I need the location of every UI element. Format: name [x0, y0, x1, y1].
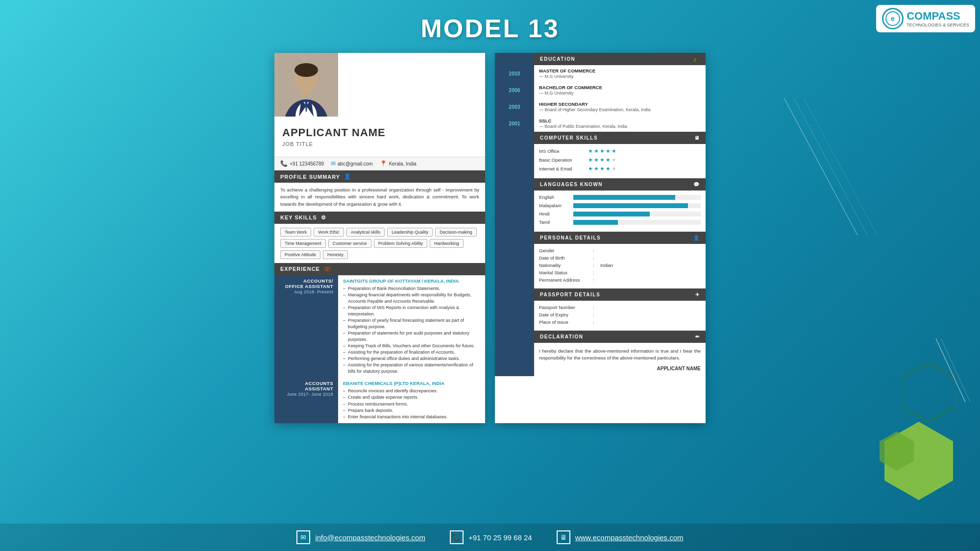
passport-expiry: Date of Expiry : [539, 312, 701, 317]
job2-duty-3: Process reimbursement forms. [343, 401, 480, 407]
logo-brand: COMPASS [906, 10, 969, 23]
personal-icon: 👤 [693, 235, 700, 240]
education-header: EDUCATION 🎓 [534, 53, 706, 65]
personal-dob: Date of Birth : [539, 255, 701, 261]
skill-leadership: Leadership Quality [387, 228, 433, 237]
cs-ms-stars: ★★★★★ [588, 148, 617, 154]
phone-contact: 📞 +91 123456789 [280, 160, 324, 167]
declaration-left-col [495, 343, 534, 376]
lang-header: LANGUAGES KNOWN 💬 [534, 178, 706, 191]
lang-year-col [495, 178, 534, 191]
edu-degree-2006: BACHELOR OF COMMERCE [539, 85, 701, 90]
lang-hindi: Hindi [539, 211, 701, 216]
personal-marital: Marital Status : [539, 270, 701, 275]
edu-2006-content: BACHELOR OF COMMERCE — M.G University [534, 82, 706, 98]
cs-content-row: MS Office ★★★★★ Basic Operation ★★★★★ In… [495, 144, 706, 178]
lang-tamil-label: Tamil [539, 219, 573, 225]
education-label: EDUCATION [540, 56, 575, 62]
job1-duty-7: Assisting for the preparation of finaliz… [343, 349, 480, 356]
edu-2010: 2010 MASTER OF COMMERCE — M.G University [495, 65, 706, 82]
skill-customer-svc: Customer service [328, 239, 371, 248]
declaration-year-col [495, 331, 534, 343]
lang-malayalam-bar-bg [573, 203, 701, 208]
location-contact: 📍 Kerala, India [380, 160, 416, 167]
content-area: APPLICANT NAME JOB TITLE 📞 +91 123456789… [0, 53, 980, 423]
job1-duty-6: Keeping Track of Bills, Vouchers and oth… [343, 343, 480, 349]
cs-internet-stars: ★★★★★ [588, 166, 617, 172]
edu-uni-2003: — Board of Higher Secondary Examination,… [539, 107, 701, 112]
profile-icon: 👤 [344, 173, 351, 180]
cs-basic-op: Basic Operation ★★★★★ [539, 157, 701, 163]
skill-decision: Decision-making [435, 228, 477, 237]
footer-email-link[interactable]: info@ecompasstechnologies.com [315, 533, 425, 542]
cs-ms-office: MS Office ★★★★★ [539, 148, 701, 154]
profile-summary-label: PROFILE SUMMARY [280, 174, 340, 180]
passport-content: Passport Number : Date of Expiry : Place… [534, 301, 706, 331]
photo-area [274, 53, 338, 117]
profile-summary-header: PROFILE SUMMARY 👤 [274, 170, 485, 183]
skill-problem-solving: Problem Solving Ability [374, 239, 428, 248]
edu-2010-content: MASTER OF COMMERCE — M.G University [534, 65, 706, 82]
skill-positive: Positive Attitude [280, 250, 320, 259]
job1-duty-8: Performing general office duties and adm… [343, 356, 480, 362]
page-title: MODEL 13 [0, 0, 980, 43]
lang-hindi-bar-bg [573, 212, 701, 216]
footer-phone: 📞 +91 70 25 99 68 24 [450, 530, 532, 544]
lang-malayalam-label: Malayalam [539, 203, 573, 208]
logo-tagline: TECHNOLOGIES & SERVICES [906, 23, 969, 28]
job1-company: SAINTGITS GROUP OF KOTTAYAM / KERALA, IN… [343, 278, 480, 284]
lang-english-bar-bg [573, 195, 701, 200]
skill-team-work: Team Work [280, 228, 311, 237]
job2-duty-2: Create and update expense reports. [343, 394, 480, 401]
lang-malayalam-bar-fill [573, 203, 688, 208]
job2-duty-5: Enter financial transactions into intern… [343, 414, 480, 420]
edu-year-2010-col: 2010 [495, 65, 534, 82]
job1-duty-4: Preparation of yearly finical forecastin… [343, 317, 480, 330]
skills-grid: Team Work Work Ethic Analytical skills L… [274, 224, 485, 263]
skill-honesty: Honesty [323, 250, 348, 259]
edu-uni-2001: — Board of Public Examination, Kerala, I… [539, 124, 701, 129]
skill-analytical: Analytical skills [346, 228, 385, 237]
edu-year-2010: 2010 [509, 71, 520, 76]
footer-web-icon: 🖥 [557, 530, 570, 544]
passport-section: PASSPORT DETAILS ✈ [495, 288, 706, 301]
job1-title: ACCOUNTS/OFFICE ASSISTANT Aug 2018- Pres… [274, 275, 338, 378]
svg-rect-7 [302, 88, 310, 95]
name-area: APPLICANT NAME JOB TITLE [274, 117, 485, 157]
skill-hardworking: Hardworking [430, 239, 464, 248]
footer: ✉ info@ecompasstechnologies.com 📞 +91 70… [0, 524, 980, 551]
experience-job-1: ACCOUNTS/OFFICE ASSISTANT Aug 2018- Pres… [274, 275, 485, 378]
experience-header: EXPERIENCE 💼 [274, 263, 485, 275]
lang-content: English Malayalam Hindi [534, 191, 706, 232]
cs-header: COMPUTER SKILLS 🖥 [534, 132, 706, 144]
passport-content-row: Passport Number : Date of Expiry : Place… [495, 301, 706, 331]
resume-header: APPLICANT NAME JOB TITLE [274, 53, 485, 157]
edu-year-2003-col: 2003 [495, 98, 534, 115]
job2-duty-4: Prepare bank deposits. [343, 407, 480, 414]
svg-marker-11 [884, 422, 953, 500]
lang-label: LANGUAGES KNOWN [540, 182, 603, 187]
experience-label: EXPERIENCE [280, 266, 320, 272]
edu-year-col [495, 53, 534, 65]
edu-uni-2006: — M.G University [539, 91, 701, 96]
job1-duty-5: Preparation of statements for pre audit … [343, 330, 480, 343]
phone-icon: 📞 [280, 160, 288, 167]
lang-hindi-bar-fill [573, 212, 650, 216]
edu-year-2006-col: 2006 [495, 82, 534, 98]
declaration-label: DECLARATION [540, 334, 584, 339]
lang-hindi-label: Hindi [539, 211, 573, 216]
skill-work-ethic: Work Ethic [314, 228, 343, 237]
edu-2003-content: HIGHER SECONDARY — Board of Higher Secon… [534, 98, 706, 115]
lang-english-bar-fill [573, 195, 675, 200]
footer-phone-number: +91 70 25 99 68 24 [468, 533, 532, 542]
lang-left-col [495, 191, 534, 232]
footer-website-link[interactable]: www.ecompasstechnologies.com [575, 533, 684, 542]
job2-title: ACCOUNTS ASSISTANT June 2017- June 2018 [274, 378, 338, 423]
personal-label: PERSONAL DETAILS [540, 235, 601, 240]
personal-gender: Gender : [539, 248, 701, 253]
contact-bar: 📞 +91 123456789 ✉ abc@gmail.com 📍 Kerala… [274, 157, 485, 170]
edu-2001: 2001 SSLC — Board of Public Examination,… [495, 115, 706, 132]
personal-content: Gender : Date of Birth : Nationality : I… [534, 244, 706, 288]
lang-icon: 💬 [693, 182, 700, 187]
personal-address: Permanent Address : [539, 277, 701, 283]
